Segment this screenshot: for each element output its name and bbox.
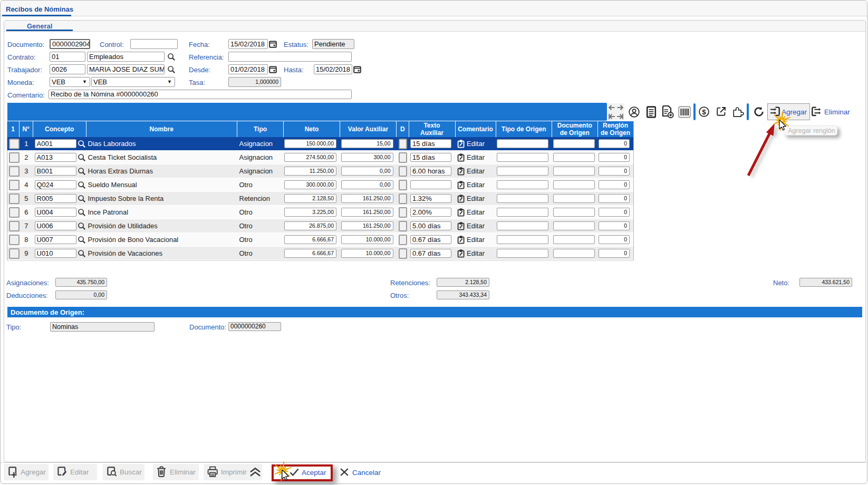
svg-text:$: $: [702, 108, 706, 116]
